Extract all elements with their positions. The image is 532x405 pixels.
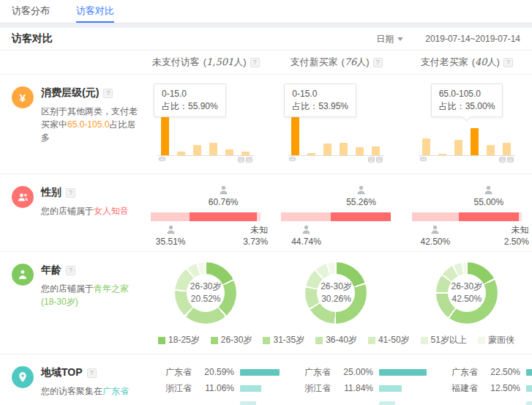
help-icon[interactable] — [503, 58, 513, 67]
region-list: 广东省22.50%福建省12.50% — [427, 354, 532, 405]
price-tier-bar[interactable] — [225, 149, 233, 155]
date-range-value[interactable]: 2019-07-14~2019-07-14 — [425, 34, 520, 44]
donut-center-label: 26-30岁 — [321, 280, 352, 293]
gender-chart-new-buyers[interactable]: 55.26%44.74% — [271, 174, 401, 251]
region-list: 广东省20.59%浙江省11.06% — [141, 354, 280, 405]
price-tier-bar[interactable] — [356, 147, 364, 155]
price-tier-bar[interactable] — [323, 144, 331, 155]
date-area: 日期 2019-07-14~2019-07-14 — [376, 33, 520, 45]
help-icon[interactable] — [66, 188, 75, 198]
region-row[interactable]: 广东省25.00% — [304, 364, 427, 380]
price-tier-bar[interactable] — [177, 152, 185, 155]
gender-stacked-bar[interactable]: 55.00%42.50%未知2.50% — [412, 185, 522, 249]
price-tier-bar[interactable] — [241, 152, 250, 155]
price-tier-bar[interactable] — [209, 143, 217, 155]
price-tier-bar[interactable] — [291, 114, 299, 155]
page-gap-band — [0, 23, 532, 28]
unknown-segment[interactable] — [519, 212, 522, 221]
help-icon[interactable] — [87, 368, 97, 378]
bar-tooltip: 0-15.0占比：55.90% — [154, 83, 226, 117]
price-tier-bar[interactable] — [161, 112, 169, 155]
region-list-new-buyers[interactable]: 广东省25.00%浙江省11.84% — [280, 354, 427, 405]
yuan-icon: ¥ — [12, 86, 34, 108]
column-title: 未支付访客 — [152, 56, 200, 69]
help-icon[interactable] — [66, 266, 75, 275]
consume-chart-unpaid[interactable]: 0-15.0占比：55.90% — [141, 75, 271, 174]
price-tier-bar[interactable] — [422, 138, 430, 155]
donut-center-value: 30.26% — [321, 293, 351, 305]
legend-item-6[interactable]: 51岁以上 — [421, 334, 467, 346]
consume-chart-new-buyers[interactable]: 0-15.0占比：53.95% — [271, 75, 401, 174]
price-tier-bar[interactable] — [503, 143, 511, 155]
male-segment[interactable] — [281, 212, 330, 221]
region-row[interactable]: 广东省22.50% — [452, 364, 532, 380]
age-donut-ring[interactable]: 26-30岁30.26% — [305, 262, 367, 324]
legend-item-4[interactable]: 36-40岁 — [315, 334, 357, 346]
coin — [507, 160, 514, 163]
legend-label: 36-40岁 — [326, 334, 357, 346]
tooltip-value: 占比：53.95% — [292, 100, 348, 113]
price-tier-bar[interactable] — [487, 145, 495, 155]
coin-stack — [238, 158, 244, 163]
gender-chart-unpaid[interactable]: 60.76%35.51%未知3.73% — [141, 174, 271, 251]
region-name: 广东省 — [165, 366, 201, 379]
gender-bar[interactable] — [281, 212, 391, 221]
gender-bar[interactable] — [412, 212, 522, 221]
region-percent: 12.50% — [487, 383, 526, 393]
region-desc: 您的访客聚集在广东省 — [41, 384, 129, 398]
gender-stacked-bar[interactable]: 55.26%44.74% — [281, 185, 391, 249]
tooltip-value: 占比：55.90% — [162, 100, 218, 113]
region-row[interactable]: 浙江省11.84% — [304, 380, 427, 396]
donut-center-value: 20.52% — [191, 293, 221, 305]
price-tier-bar[interactable] — [438, 154, 446, 155]
date-filter-dropdown[interactable]: 日期 — [376, 33, 403, 45]
legend-item-5[interactable]: 41-50岁 — [368, 334, 410, 346]
consume-chart-repeat-buyers[interactable]: 65.0-105.0占比：35.00% — [402, 75, 532, 174]
region-list-repeat-buyers[interactable]: 广东省22.50%福建省12.50% — [427, 354, 532, 405]
female-segment[interactable] — [459, 212, 520, 221]
help-icon[interactable] — [250, 58, 260, 67]
price-tier-bar[interactable] — [340, 143, 348, 155]
gender-chart-repeat-buyers[interactable]: 55.00%42.50%未知2.50% — [402, 174, 532, 251]
price-tier-bar[interactable] — [193, 145, 201, 155]
legend-item-1[interactable]: 18-25岁 — [158, 334, 200, 346]
gender-bar[interactable] — [151, 212, 261, 221]
consume-bar-chart[interactable] — [288, 111, 384, 156]
tooltip-range: 65.0-105.0 — [439, 88, 495, 100]
price-tier-bar[interactable] — [307, 153, 315, 155]
gender-stacked-bar[interactable]: 60.76%35.51%未知3.73% — [151, 185, 261, 249]
legend-item-2[interactable]: 26-30岁 — [211, 334, 252, 346]
region-percent: 11.06% — [201, 383, 240, 393]
tab-visitor-distribution[interactable]: 访客分布 — [12, 0, 50, 23]
help-icon[interactable] — [373, 58, 383, 67]
price-tier-bar[interactable] — [372, 146, 380, 155]
age-donut-ring[interactable]: 26-30岁20.52% — [175, 262, 236, 324]
price-tier-bar[interactable] — [471, 128, 479, 155]
region-row[interactable]: 浙江省11.06% — [165, 380, 280, 396]
female-segment[interactable] — [331, 212, 391, 221]
unknown-segment[interactable] — [257, 212, 261, 221]
price-tier-bar[interactable] — [454, 140, 462, 155]
legend-item-7[interactable]: 蒙面侠 — [478, 334, 514, 346]
consume-bar-chart[interactable] — [157, 111, 254, 156]
age-legend: 18-25岁26-30岁31-35岁36-40岁41-50岁51岁以上蒙面侠 — [141, 334, 532, 346]
male-segment[interactable] — [412, 212, 459, 221]
legend-item-3[interactable]: 31-35岁 — [263, 334, 304, 346]
coin-stack — [246, 158, 252, 163]
section-gender: 性别 您的店铺属于女人知音 60.76%35.51%未知3.73% 55.26%… — [0, 174, 532, 252]
region-row[interactable]: 广东省20.59% — [165, 364, 280, 380]
legend-label: 31-35岁 — [273, 334, 304, 346]
age-title: 年龄 — [41, 264, 141, 277]
region-row[interactable]: 福建省12.50% — [452, 380, 532, 396]
legend-label: 41-50岁 — [378, 334, 410, 346]
help-icon[interactable] — [103, 89, 113, 98]
person-icon — [12, 264, 34, 286]
female-segment[interactable] — [190, 212, 256, 221]
unknown-percent: 2.50% — [504, 236, 529, 248]
region-list-unpaid[interactable]: 广东省20.59%浙江省11.06% — [141, 354, 280, 405]
region-percent: 22.50% — [487, 367, 526, 377]
tab-visitor-compare[interactable]: 访客对比 — [76, 0, 114, 23]
age-row-label: 年龄 您的店铺属于青年之家(18-30岁) — [0, 252, 141, 354]
age-donut-ring[interactable]: 26-30岁42.50% — [436, 262, 498, 324]
male-segment[interactable] — [151, 212, 190, 221]
